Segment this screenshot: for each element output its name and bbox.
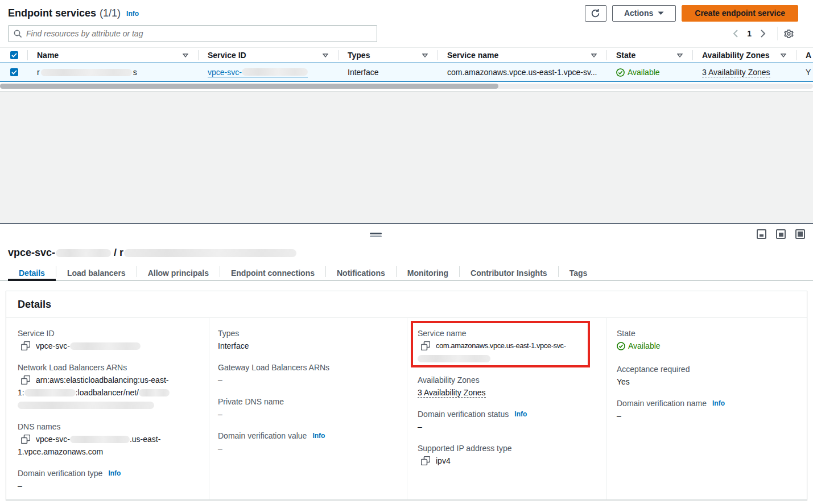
refresh-button[interactable] bbox=[585, 5, 606, 22]
status-badge: Available bbox=[617, 340, 661, 352]
redacted-text bbox=[139, 389, 170, 396]
column-header-service-name[interactable]: Service name bbox=[438, 48, 607, 63]
details-card-title: Details bbox=[6, 291, 807, 318]
sort-icon bbox=[183, 53, 188, 57]
nlb-arn-value: arn:aws:elasticloadbalancing:us-east- bbox=[36, 374, 168, 386]
acceptance-text: Y bbox=[806, 68, 811, 77]
check-icon bbox=[11, 70, 17, 75]
row-checkbox[interactable] bbox=[10, 68, 18, 76]
service-name-text: com.amazonaws.vpce.us-east-1.vpce-sv... bbox=[447, 68, 597, 77]
availability-zones-link[interactable]: 3 Availability Zones bbox=[702, 68, 770, 77]
panel-title-prefix: vpce-svc- bbox=[8, 247, 55, 259]
field-domain-verification-status: Domain verification statusInfo – bbox=[418, 408, 596, 433]
check-icon bbox=[11, 53, 17, 57]
field-service-id: Service ID vpce-svc- bbox=[18, 327, 199, 352]
column-header-types[interactable]: Types bbox=[339, 48, 438, 63]
copy-icon[interactable] bbox=[421, 341, 430, 350]
dns-value: 1.vpce.amazonaws.com bbox=[18, 445, 199, 458]
tab-details[interactable]: Details bbox=[8, 265, 56, 281]
tab-tags[interactable]: Tags bbox=[559, 265, 599, 281]
next-page-button[interactable] bbox=[755, 30, 771, 38]
details-column-4: State Available Acceptance required Yes … bbox=[606, 318, 807, 499]
nlb-arn-value: 1::loadbalancer/net/ bbox=[18, 386, 199, 399]
sort-icon bbox=[591, 53, 597, 57]
copy-icon[interactable] bbox=[21, 341, 30, 350]
panel-title-divider: / bbox=[111, 247, 119, 259]
previous-page-button[interactable] bbox=[727, 30, 744, 38]
tab-endpoint-connections[interactable]: Endpoint connections bbox=[220, 265, 325, 281]
column-header-state[interactable]: State bbox=[607, 48, 693, 63]
field-label: DNS names bbox=[18, 420, 199, 433]
field-value: – bbox=[218, 442, 397, 455]
availability-zones-link[interactable]: 3 Availability Zones bbox=[418, 388, 486, 398]
field-domain-verification-name: Domain verification nameInfo – bbox=[617, 397, 807, 422]
field-label: Domain verification status bbox=[418, 408, 509, 420]
name-text: r bbox=[37, 68, 40, 77]
column-header-service-id[interactable]: Service ID bbox=[199, 48, 339, 63]
table-row[interactable]: rs vpce-svc- Interface com.amazonaws.vpc… bbox=[0, 63, 813, 82]
nlb-arn-value bbox=[18, 399, 199, 411]
page-number[interactable]: 1 bbox=[744, 29, 755, 38]
copy-icon[interactable] bbox=[21, 375, 30, 385]
panel-resize-handle[interactable] bbox=[370, 233, 382, 237]
panel-position-side-button[interactable] bbox=[795, 229, 805, 239]
tab-notifications[interactable]: Notifications bbox=[326, 265, 396, 281]
field-availability-zones: Availability Zones 3 Availability Zones bbox=[418, 374, 596, 399]
service-name-value: com.amazonaws.vpce.us-east-1.vpce-svc- bbox=[436, 340, 566, 352]
tab-monitoring[interactable]: Monitoring bbox=[397, 265, 459, 281]
settings-button[interactable] bbox=[783, 28, 794, 39]
tab-load-balancers[interactable]: Load balancers bbox=[56, 265, 137, 281]
dns-value: .us-east- bbox=[130, 433, 160, 445]
select-all-checkbox[interactable] bbox=[10, 51, 18, 59]
column-header-acceptance[interactable]: A bbox=[797, 48, 813, 63]
horizontal-scrollbar bbox=[0, 84, 813, 89]
sort-icon bbox=[422, 53, 428, 57]
resource-count: (1/1) bbox=[100, 7, 121, 19]
actions-button[interactable]: Actions bbox=[612, 5, 676, 22]
sort-icon bbox=[323, 53, 328, 57]
field-label: State bbox=[617, 327, 807, 340]
field-value: Yes bbox=[617, 375, 807, 388]
field-label: Domain verification value bbox=[218, 429, 307, 442]
chevron-left-icon bbox=[733, 30, 738, 38]
field-domain-verification-type: Domain verification typeInfo – bbox=[18, 467, 199, 492]
column-header-name[interactable]: Name bbox=[28, 48, 199, 63]
content-background bbox=[0, 92, 813, 223]
info-link[interactable]: Info bbox=[126, 10, 139, 18]
cell-availability-zones: 3 Availability Zones bbox=[693, 68, 797, 77]
info-link[interactable]: Info bbox=[312, 429, 325, 442]
info-link[interactable]: Info bbox=[108, 467, 121, 480]
tab-allow-principals[interactable]: Allow principals bbox=[137, 265, 220, 281]
column-header-availability-zones[interactable]: Availability Zones bbox=[693, 48, 797, 63]
field-dns-names: DNS names vpce-svc-.us-east- 1.vpce.amaz… bbox=[18, 420, 199, 458]
panel-position-bottom-button[interactable] bbox=[757, 229, 766, 239]
info-link[interactable]: Info bbox=[712, 397, 725, 410]
copy-icon[interactable] bbox=[21, 435, 30, 444]
panel-position-split-button[interactable] bbox=[776, 229, 786, 239]
service-name-value bbox=[418, 352, 596, 365]
nlb-arn-text: :loadbalancer/net/ bbox=[76, 388, 139, 397]
info-link[interactable]: Info bbox=[514, 408, 527, 420]
details-card: Details Service ID vpce-svc- Network Loa… bbox=[6, 291, 807, 500]
field-value: – bbox=[18, 480, 199, 492]
field-label: Types bbox=[218, 327, 397, 340]
panel-title-second: r bbox=[119, 247, 123, 259]
service-id-link[interactable]: vpce-svc- bbox=[208, 68, 308, 77]
tab-contributor-insights[interactable]: Contributor Insights bbox=[460, 265, 558, 281]
column-label: Service ID bbox=[208, 51, 246, 60]
field-label: Supported IP address type bbox=[418, 442, 596, 455]
service-id-value: vpce-svc- bbox=[36, 340, 70, 352]
field-value: – bbox=[218, 374, 397, 386]
search-input[interactable] bbox=[26, 29, 372, 38]
page-title: Endpoint services bbox=[8, 7, 96, 19]
cell-types: Interface bbox=[339, 68, 438, 77]
redacted-text bbox=[418, 355, 490, 362]
create-endpoint-service-button[interactable]: Create endpoint service bbox=[682, 5, 798, 22]
scrollbar-thumb[interactable] bbox=[0, 84, 498, 89]
field-label: Domain verification name bbox=[617, 397, 707, 410]
redacted-text bbox=[124, 249, 296, 257]
redacted-text bbox=[70, 342, 141, 350]
copy-icon[interactable] bbox=[421, 456, 430, 465]
endpoint-services-table: Name Service ID Types Service name State… bbox=[0, 47, 813, 89]
field-value: – bbox=[617, 410, 807, 422]
